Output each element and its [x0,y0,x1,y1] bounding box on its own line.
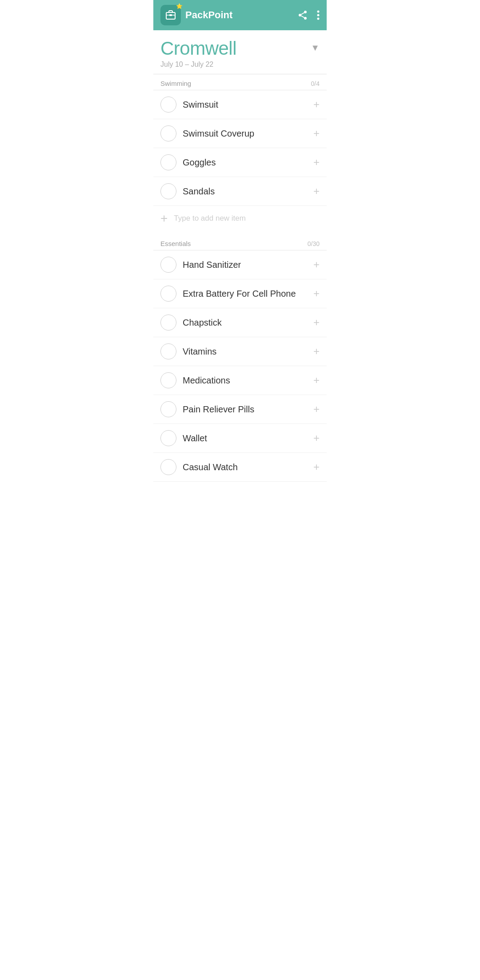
item-checkbox-casual-watch[interactable] [160,459,176,475]
list-item: Vitamins + [153,337,327,366]
svg-point-5 [304,17,307,20]
list-item: Pain Reliever Pills + [153,395,327,424]
svg-point-9 [317,14,320,16]
item-label-goggles: Goggles [183,157,307,168]
item-checkbox-swimsuit-coverup[interactable] [160,125,176,141]
item-label-swimsuit: Swimsuit [183,100,307,110]
svg-point-10 [317,18,320,20]
svg-line-6 [301,16,304,18]
item-checkbox-swimsuit[interactable] [160,97,176,113]
item-checkbox-chapstick[interactable] [160,315,176,331]
add-item-placeholder-swimming[interactable]: Type to add new item [174,214,246,223]
item-add-extra-battery[interactable]: + [313,287,320,300]
section-title-swimming: Swimming [160,80,191,87]
item-add-swimsuit[interactable]: + [313,98,320,111]
item-add-sandals[interactable]: + [313,185,320,198]
item-label-medications: Medications [183,375,307,386]
svg-point-4 [299,14,301,16]
suitcase-icon [164,9,177,21]
list-item: Swimsuit + [153,90,327,119]
section-header-swimming: Swimming 0/4 [153,74,327,90]
item-add-hand-sanitizer[interactable]: + [313,258,320,271]
item-checkbox-hand-sanitizer[interactable] [160,257,176,273]
item-add-casual-watch[interactable]: + [313,461,320,473]
add-item-row-swimming: + Type to add new item [153,206,327,231]
logo-star: ⭐ [176,3,183,9]
item-label-pain-reliever: Pain Reliever Pills [183,404,307,415]
list-item: Goggles + [153,148,327,177]
section-count-essentials: 0/30 [308,240,320,247]
item-label-hand-sanitizer: Hand Sanitizer [183,260,307,270]
topbar-actions [297,10,320,20]
item-checkbox-pain-reliever[interactable] [160,401,176,417]
item-add-wallet[interactable]: + [313,432,320,444]
add-item-plus-swimming[interactable]: + [160,212,168,225]
section-title-essentials: Essentials [160,240,191,247]
item-label-casual-watch: Casual Watch [183,462,307,472]
list-item: Casual Watch + [153,453,327,482]
trip-dates: July 10 – July 22 [160,60,236,69]
list-item: Wallet + [153,424,327,453]
list-item: Chapstick + [153,308,327,337]
item-add-vitamins[interactable]: + [313,345,320,358]
svg-point-8 [317,11,320,13]
section-swimming: Swimming 0/4 Swimsuit + Swimsuit Coverup… [153,74,327,231]
trip-dropdown-button[interactable]: ▼ [311,43,320,53]
list-item: Medications + [153,366,327,395]
topbar: ⭐ PackPoint [153,0,327,30]
item-label-swimsuit-coverup: Swimsuit Coverup [183,129,307,139]
item-add-chapstick[interactable]: + [313,316,320,329]
item-label-chapstick: Chapstick [183,318,307,328]
vertical-dots-icon [317,10,320,20]
share-button[interactable] [297,10,308,20]
item-add-medications[interactable]: + [313,374,320,387]
menu-button[interactable] [317,10,320,20]
share-icon [297,10,308,20]
item-checkbox-wallet[interactable] [160,430,176,446]
item-label-extra-battery: Extra Battery For Cell Phone [183,289,307,299]
list-item: Sandals + [153,177,327,206]
item-label-sandals: Sandals [183,186,307,197]
svg-rect-2 [169,14,172,16]
topbar-logo: ⭐ PackPoint [160,5,297,25]
item-checkbox-vitamins[interactable] [160,343,176,359]
item-label-vitamins: Vitamins [183,347,307,357]
trip-info: Cromwell July 10 – July 22 [160,38,236,69]
app-name: PackPoint [185,9,232,21]
section-header-essentials: Essentials 0/30 [153,234,327,250]
item-label-wallet: Wallet [183,433,307,444]
svg-point-3 [304,11,307,13]
list-item: Hand Sanitizer + [153,250,327,279]
app-logo-icon: ⭐ [160,5,181,25]
section-essentials: Essentials 0/30 Hand Sanitizer + Extra B… [153,234,327,482]
section-count-swimming: 0/4 [311,80,320,87]
item-checkbox-extra-battery[interactable] [160,286,176,302]
item-add-pain-reliever[interactable]: + [313,403,320,415]
item-checkbox-goggles[interactable] [160,154,176,170]
svg-line-7 [301,13,304,15]
list-item: Extra Battery For Cell Phone + [153,279,327,308]
trip-header: Cromwell July 10 – July 22 ▼ [153,30,327,74]
item-checkbox-medications[interactable] [160,372,176,388]
trip-name: Cromwell [160,38,236,59]
item-checkbox-sandals[interactable] [160,183,176,199]
item-add-swimsuit-coverup[interactable]: + [313,127,320,140]
list-item: Swimsuit Coverup + [153,119,327,148]
item-add-goggles[interactable]: + [313,156,320,169]
